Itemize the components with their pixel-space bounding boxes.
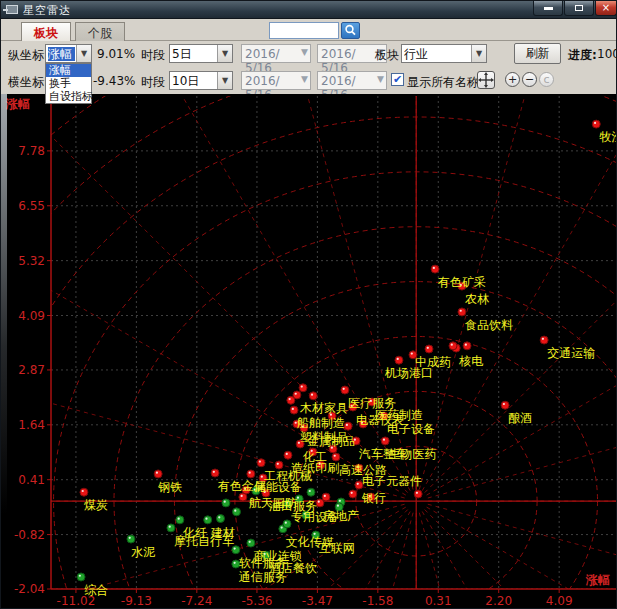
svg-text:互联网: 互联网	[319, 541, 355, 555]
svg-text:通信服务: 通信服务	[239, 570, 287, 584]
x-axis-value: -9.43%	[93, 74, 135, 88]
svg-text:木材家具: 木材家具	[299, 401, 348, 415]
svg-text:农林: 农林	[465, 292, 490, 306]
tab-bar: 板块 个股	[1, 19, 617, 41]
svg-text:银行: 银行	[361, 491, 386, 505]
dropdown-option-zhangfu[interactable]: 涨幅	[46, 64, 91, 77]
close-button[interactable]: ×	[595, 1, 617, 16]
reset-view-button[interactable]: c	[539, 72, 554, 87]
app-window: 星空雷达 × 板块 个股 纵坐标 涨幅 ▼ 9.01% 时段 5日 ▼ 201	[0, 0, 617, 609]
move-arrows-icon	[478, 72, 494, 88]
y-axis-dropdown-list: 涨幅 换手 自设指标	[45, 63, 92, 104]
period1-label: 时段	[141, 47, 165, 64]
svg-text:-2.04: -2.04	[14, 582, 45, 596]
chevron-down-icon[interactable]: ▼	[471, 45, 486, 62]
svg-text:生物医药: 生物医药	[388, 447, 436, 461]
date-to-2[interactable]: 2016/ 5/16▼	[317, 71, 387, 90]
period2-label: 时段	[141, 74, 165, 91]
chevron-down-icon: ▼	[377, 74, 384, 84]
y-axis-label: 纵坐标	[8, 47, 44, 64]
svg-text:涨幅: 涨幅	[585, 573, 610, 587]
search-input[interactable]	[269, 22, 339, 39]
svg-text:水泥: 水泥	[131, 545, 156, 559]
y-axis-combobox[interactable]: 涨幅 ▼	[45, 44, 92, 63]
plus-icon: +	[508, 73, 517, 86]
svg-text:交通运输: 交通运输	[547, 346, 595, 360]
progress-label: 进度:	[568, 47, 597, 64]
zoom-out-button[interactable]: −	[522, 72, 537, 87]
period2-combobox[interactable]: 10日 ▼	[169, 71, 233, 90]
svg-text:-3.47: -3.47	[302, 594, 333, 608]
y-axis-value: 9.01%	[97, 47, 135, 61]
svg-text:-7.24: -7.24	[181, 594, 212, 608]
svg-text:0.41: 0.41	[18, 473, 45, 487]
maximize-button[interactable]	[564, 1, 594, 16]
svg-text:煤炭: 煤炭	[84, 498, 108, 512]
chevron-down-icon[interactable]: ▼	[217, 72, 232, 89]
zoom-in-button[interactable]: +	[505, 72, 520, 87]
svg-text:机场港口: 机场港口	[384, 366, 433, 380]
control-panel: 纵坐标 涨幅 ▼ 9.01% 时段 5日 ▼ 2016/ 5/16▼ 2016/…	[1, 41, 617, 94]
svg-text:储能设备: 储能设备	[254, 480, 302, 494]
sector-label: 板块	[375, 47, 399, 64]
show-all-names-label: 显示所有名称	[407, 74, 479, 91]
svg-text:牧渔: 牧渔	[599, 130, 617, 144]
window-title: 星空雷达	[23, 3, 71, 18]
svg-text:2.87: 2.87	[18, 363, 45, 377]
svg-text:-9.13: -9.13	[121, 594, 152, 608]
svg-text:6.55: 6.55	[18, 199, 45, 213]
date-from-2[interactable]: 2016/ 5/16▼	[241, 71, 311, 90]
svg-text:0.31: 0.31	[425, 594, 452, 608]
search-icon	[342, 23, 359, 38]
app-icon	[6, 5, 18, 14]
svg-text:有色矿采: 有色矿采	[437, 275, 486, 289]
radar-scatter-chart[interactable]: -11.02-9.13-7.24-5.36-3.47-1.580.312.204…	[1, 94, 617, 609]
svg-text:4.09: 4.09	[546, 594, 573, 608]
svg-text:摩托自行车: 摩托自行车	[174, 534, 234, 548]
svg-text:塑料制品: 塑料制品	[300, 430, 348, 444]
svg-text:酿酒: 酿酒	[508, 411, 532, 425]
show-all-names-checkbox[interactable]: ✔	[391, 73, 404, 86]
title-bar[interactable]: 星空雷达 ×	[1, 1, 617, 19]
svg-text:综合: 综合	[84, 583, 108, 597]
svg-text:-5.36: -5.36	[241, 594, 272, 608]
tab-stocks[interactable]: 个股	[75, 22, 125, 41]
chart-area[interactable]: -11.02-9.13-7.24-5.36-3.47-1.580.312.204…	[1, 94, 617, 609]
x-axis-label: 横坐标	[8, 74, 44, 91]
chevron-down-icon: ▼	[301, 74, 308, 84]
tab-sectors[interactable]: 板块	[21, 22, 71, 41]
svg-text:船舶制造: 船舶制造	[296, 416, 345, 430]
svg-text:房地产: 房地产	[323, 509, 359, 523]
svg-text:4.09: 4.09	[18, 309, 45, 323]
minus-icon: −	[525, 73, 534, 86]
sector-combobox[interactable]: 行业 ▼	[401, 44, 487, 63]
date-from-1[interactable]: 2016/ 5/16▼	[241, 44, 311, 63]
svg-text:电子元器件: 电子元器件	[362, 474, 422, 488]
svg-text:1.64: 1.64	[18, 418, 45, 432]
dropdown-option-huanshou[interactable]: 换手	[46, 77, 91, 90]
svg-text:7.78: 7.78	[18, 144, 45, 158]
dropdown-option-custom[interactable]: 自设指标	[46, 90, 91, 103]
close-icon: ×	[602, 2, 610, 13]
svg-text:涨幅: 涨幅	[5, 97, 30, 111]
period1-combobox[interactable]: 5日 ▼	[169, 44, 233, 63]
refresh-button[interactable]: 刷新	[514, 43, 561, 64]
progress-value: 100%	[597, 47, 617, 61]
svg-text:-0.82: -0.82	[14, 528, 45, 542]
minimize-icon	[544, 7, 553, 10]
svg-text:电子设备: 电子设备	[387, 422, 435, 436]
minimize-button[interactable]	[533, 1, 563, 16]
pan-button[interactable]	[477, 71, 495, 89]
reset-icon: c	[543, 73, 549, 86]
svg-text:食品饮料: 食品饮料	[465, 318, 513, 332]
svg-text:2.20: 2.20	[485, 594, 512, 608]
maximize-icon	[575, 5, 583, 11]
svg-text:钢铁: 钢铁	[157, 480, 182, 494]
chevron-down-icon[interactable]: ▼	[76, 45, 91, 62]
svg-text:-1.58: -1.58	[362, 594, 393, 608]
svg-text:5.32: 5.32	[18, 254, 45, 268]
chevron-down-icon: ▼	[301, 47, 308, 57]
chevron-down-icon[interactable]: ▼	[217, 45, 232, 62]
svg-text:核电: 核电	[458, 354, 483, 368]
search-button[interactable]	[341, 22, 360, 39]
